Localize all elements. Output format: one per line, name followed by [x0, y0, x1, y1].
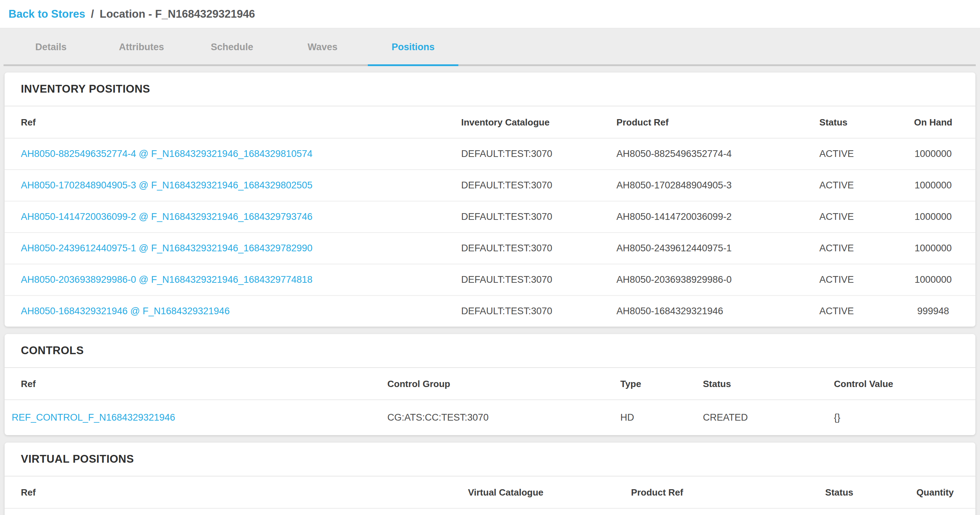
quantity-cell: 1000000	[895, 508, 975, 515]
column-header-quantity: Quantity	[895, 477, 975, 508]
on-hand-cell: 1000000	[891, 201, 975, 232]
tab-bar: Details Attributes Schedule Waves Positi…	[0, 28, 980, 66]
inventory-positions-section: INVENTORY POSITIONS Ref Inventory Catalo…	[5, 73, 975, 327]
inventory-positions-title: INVENTORY POSITIONS	[5, 73, 975, 106]
product-ref-cell: AH8050-1702848904905-3	[609, 170, 812, 201]
status-cell: ACTIVE	[812, 296, 891, 327]
product-ref-cell: AH8050-1684329321946	[609, 296, 812, 327]
page-content: INVENTORY POSITIONS Ref Inventory Catalo…	[0, 66, 980, 515]
inventory-positions-table: Ref Inventory Catalogue Product Ref Stat…	[5, 106, 975, 327]
status-cell: ACTIVE	[812, 138, 891, 170]
status-cell: ACTIVE	[812, 201, 891, 232]
column-header-type: Type	[613, 368, 696, 400]
table-row: AH8050-2036938929986-0 @ F_N168432932194…	[5, 264, 975, 296]
controls-section: CONTROLS Ref Control Group Type Status C…	[5, 334, 975, 435]
inventory-ref-link[interactable]: AH8050-1702848904905-3 @ F_N168432932194…	[21, 180, 313, 191]
inventory-ref-link[interactable]: AH8050-1414720036099-2 @ F_N168432932194…	[21, 211, 313, 222]
product-ref-cell: AH8050-2439612440975-1	[609, 232, 812, 264]
table-row: AH8050-1414720036099-2 @ F_N168432932194…	[5, 201, 975, 232]
control-value-cell: {}	[827, 400, 975, 435]
virtual-catalogue-cell: VC:ATS:CC:TEST:3070	[461, 508, 624, 515]
virtual-header-row: Ref Virtual Catalogue Product Ref Status…	[5, 477, 975, 508]
on-hand-cell: 999948	[891, 296, 975, 327]
table-row: REF_CONTROL_F_N1684329321946 CG:ATS:CC:T…	[5, 400, 975, 435]
inventory-header-row: Ref Inventory Catalogue Product Ref Stat…	[5, 106, 975, 138]
inventory-catalogue-cell: DEFAULT:TEST:3070	[454, 296, 609, 327]
controls-title: CONTROLS	[5, 334, 975, 368]
column-header-control-group: Control Group	[380, 368, 613, 400]
column-header-product-ref: Product Ref	[624, 477, 818, 508]
inventory-ref-link[interactable]: AH8050-2036938929986-0 @ F_N168432932194…	[21, 274, 313, 285]
breadcrumb: Back to Stores / Location - F_N168432932…	[0, 0, 980, 28]
column-header-control-value: Control Value	[827, 368, 975, 400]
status-cell: CREATED	[696, 400, 827, 435]
inventory-ref-link[interactable]: AH8050-1684329321946 @ F_N1684329321946	[21, 306, 229, 316]
on-hand-cell: 1000000	[891, 232, 975, 264]
status-cell: ACTIVE	[812, 170, 891, 201]
column-header-inventory-catalogue: Inventory Catalogue	[454, 106, 609, 138]
status-cell: ACTIVE	[812, 264, 891, 296]
inventory-catalogue-cell: DEFAULT:TEST:3070	[454, 264, 609, 296]
column-header-on-hand: On Hand	[891, 106, 975, 138]
tab-positions[interactable]: Positions	[368, 28, 458, 66]
product-ref-cell: AH8050-8825496352774-4	[609, 138, 812, 170]
inventory-catalogue-cell: DEFAULT:TEST:3070	[454, 201, 609, 232]
on-hand-cell: 1000000	[891, 170, 975, 201]
table-row: AH8050-2439612440975-1 @ F_N168432932194…	[5, 232, 975, 264]
status-cell: ACTIVE	[818, 508, 895, 515]
column-header-ref: Ref	[5, 477, 461, 508]
inventory-catalogue-cell: DEFAULT:TEST:3070	[454, 232, 609, 264]
inventory-ref-link[interactable]: AH8050-2439612440975-1 @ F_N168432932194…	[21, 243, 313, 253]
virtual-positions-title: VIRTUAL POSITIONS	[5, 442, 975, 477]
column-header-virtual-catalogue: Virtual Catalogue	[461, 477, 624, 508]
column-header-ref: Ref	[5, 106, 454, 138]
tab-details[interactable]: Details	[6, 28, 96, 66]
tab-waves[interactable]: Waves	[277, 28, 368, 66]
product-ref-cell: AH8050-2036938929986-0	[609, 264, 812, 296]
page-title: Location - F_N1684329321946	[100, 8, 255, 21]
virtual-positions-section: VIRTUAL POSITIONS Ref Virtual Catalogue …	[5, 442, 975, 515]
status-cell: ACTIVE	[812, 232, 891, 264]
table-row: AH8050-8825496352774-4 @ F_N168432932194…	[5, 138, 975, 170]
virtual-positions-table: Ref Virtual Catalogue Product Ref Status…	[5, 477, 975, 515]
breadcrumb-back-link[interactable]: Back to Stores	[8, 8, 85, 21]
product-ref-cell: AH8050-1414720036099-2	[609, 201, 812, 232]
control-ref-link[interactable]: REF_CONTROL_F_N1684329321946	[12, 412, 175, 423]
tab-attributes[interactable]: Attributes	[96, 28, 187, 66]
controls-table: Ref Control Group Type Status Control Va…	[5, 368, 975, 435]
product-ref-cell: AH8050-8825496352774-4	[624, 508, 818, 515]
column-header-status: Status	[696, 368, 827, 400]
column-header-status: Status	[818, 477, 895, 508]
column-header-product-ref: Product Ref	[609, 106, 812, 138]
on-hand-cell: 1000000	[891, 138, 975, 170]
controls-header-row: Ref Control Group Type Status Control Va…	[5, 368, 975, 400]
tab-schedule[interactable]: Schedule	[187, 28, 277, 66]
table-row: AH8050-1702848904905-3 @ F_N168432932194…	[5, 170, 975, 201]
control-group-cell: CG:ATS:CC:TEST:3070	[380, 400, 613, 435]
type-cell: HD	[613, 400, 696, 435]
inventory-ref-link[interactable]: AH8050-8825496352774-4 @ F_N168432932194…	[21, 148, 313, 159]
inventory-catalogue-cell: DEFAULT:TEST:3070	[454, 170, 609, 201]
breadcrumb-separator: /	[91, 8, 94, 21]
column-header-status: Status	[812, 106, 891, 138]
table-row: AH8050-1684329321946 @ F_N1684329321946 …	[5, 296, 975, 327]
on-hand-cell: 1000000	[891, 264, 975, 296]
inventory-catalogue-cell: DEFAULT:TEST:3070	[454, 138, 609, 170]
table-row: AH8050-8825496352774-4:F_N1684329321946:…	[5, 508, 975, 515]
column-header-ref: Ref	[5, 368, 380, 400]
